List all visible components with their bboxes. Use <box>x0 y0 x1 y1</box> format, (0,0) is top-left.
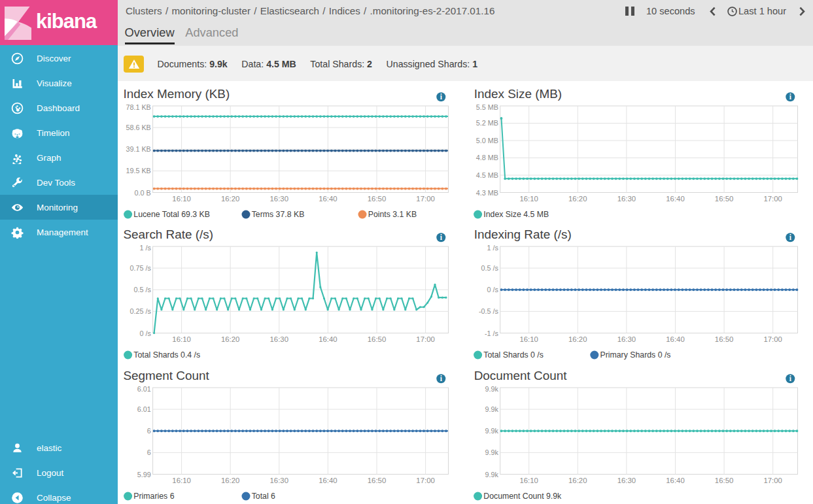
svg-text:6.01: 6.01 <box>137 385 151 393</box>
svg-text:-1 /s: -1 /s <box>485 329 499 337</box>
svg-text:Indexing Rate (/s): Indexing Rate (/s) <box>474 227 572 241</box>
svg-text:9.9k: 9.9k <box>485 405 498 413</box>
svg-text:16:30: 16:30 <box>270 477 289 484</box>
svg-text:16:50: 16:50 <box>715 195 734 203</box>
svg-text:16:10: 16:10 <box>519 477 538 484</box>
svg-text:Document Count 9.9k: Document Count 9.9k <box>483 492 562 501</box>
svg-text:Index Memory (KB): Index Memory (KB) <box>124 87 230 101</box>
svg-text:Document Count: Document Count <box>474 369 568 382</box>
svg-text:16:30: 16:30 <box>617 195 636 203</box>
svg-text:Points 3.1 KB: Points 3.1 KB <box>368 210 417 219</box>
svg-text:16:30: 16:30 <box>270 195 289 203</box>
svg-text:16:50: 16:50 <box>368 195 387 203</box>
svg-text:5.5 MB: 5.5 MB <box>476 103 498 111</box>
svg-text:0.5 /s: 0.5 /s <box>133 286 151 294</box>
svg-text:16:30: 16:30 <box>270 335 289 343</box>
svg-text:6: 6 <box>147 427 151 435</box>
svg-text:16:30: 16:30 <box>617 335 636 343</box>
svg-text:Total Shards 0 /s: Total Shards 0 /s <box>483 350 544 360</box>
svg-text:17:00: 17:00 <box>416 335 435 343</box>
svg-text:16:40: 16:40 <box>666 477 685 484</box>
svg-text:16:30: 16:30 <box>617 477 636 484</box>
svg-text:16:40: 16:40 <box>666 335 685 343</box>
svg-text:0 /s: 0 /s <box>139 329 151 337</box>
svg-text:4.3 MB: 4.3 MB <box>476 189 498 197</box>
svg-text:16:20: 16:20 <box>568 195 587 203</box>
svg-text:16:20: 16:20 <box>221 477 240 484</box>
svg-text:16:10: 16:10 <box>519 335 538 343</box>
svg-text:17:00: 17:00 <box>416 477 435 484</box>
svg-text:16:10: 16:10 <box>172 477 191 484</box>
svg-text:9.9k: 9.9k <box>485 427 498 435</box>
svg-text:39.1 KB: 39.1 KB <box>126 145 150 153</box>
svg-text:78.1 KB: 78.1 KB <box>126 103 150 111</box>
svg-text:16:20: 16:20 <box>221 335 240 343</box>
svg-text:17:00: 17:00 <box>763 195 782 203</box>
svg-text:Index Size (MB): Index Size (MB) <box>474 87 562 101</box>
svg-text:5.0 MB: 5.0 MB <box>476 137 498 144</box>
svg-text:Total 6: Total 6 <box>252 492 275 501</box>
svg-text:58.6 KB: 58.6 KB <box>126 124 150 131</box>
svg-text:1 /s: 1 /s <box>139 244 151 252</box>
svg-text:Primaries 6: Primaries 6 <box>133 492 174 501</box>
svg-text:16:50: 16:50 <box>715 477 734 484</box>
svg-text:16:40: 16:40 <box>319 335 337 343</box>
svg-text:17:00: 17:00 <box>416 195 435 203</box>
svg-text:16:50: 16:50 <box>368 335 387 343</box>
svg-text:16:10: 16:10 <box>519 195 538 203</box>
svg-text:Search Rate (/s): Search Rate (/s) <box>124 227 214 241</box>
svg-text:Index Size 4.5 MB: Index Size 4.5 MB <box>483 210 549 219</box>
svg-text:9.9k: 9.9k <box>485 471 498 479</box>
svg-text:Lucene Total 69.3 KB: Lucene Total 69.3 KB <box>133 210 210 219</box>
svg-text:16:20: 16:20 <box>568 335 587 343</box>
svg-text:5.2 MB: 5.2 MB <box>476 119 498 127</box>
svg-text:16:50: 16:50 <box>715 335 734 343</box>
svg-text:6: 6 <box>147 448 151 456</box>
svg-text:16:10: 16:10 <box>172 335 191 343</box>
svg-text:0.25 /s: 0.25 /s <box>130 307 151 315</box>
svg-text:0.5 /s: 0.5 /s <box>481 264 498 272</box>
svg-text:Total Shards 0.4 /s: Total Shards 0.4 /s <box>133 350 200 360</box>
svg-text:0.75 /s: 0.75 /s <box>130 264 151 272</box>
svg-text:5.99: 5.99 <box>137 471 151 479</box>
svg-text:16:40: 16:40 <box>319 477 337 484</box>
svg-text:16:10: 16:10 <box>172 195 191 203</box>
svg-text:1 /s: 1 /s <box>487 244 498 252</box>
svg-text:17:00: 17:00 <box>763 335 782 343</box>
svg-text:4.8 MB: 4.8 MB <box>476 154 498 161</box>
svg-text:17:00: 17:00 <box>763 477 782 484</box>
svg-text:Primary Shards 0 /s: Primary Shards 0 /s <box>600 350 671 360</box>
svg-text:0 /s: 0 /s <box>487 286 498 294</box>
svg-text:4.5 MB: 4.5 MB <box>476 171 498 179</box>
svg-text:16:20: 16:20 <box>568 477 587 484</box>
svg-text:19.5 KB: 19.5 KB <box>126 167 150 175</box>
svg-text:0.0 B: 0.0 B <box>135 189 151 197</box>
svg-text:16:40: 16:40 <box>319 195 337 203</box>
svg-text:-0.5 /s: -0.5 /s <box>479 307 499 315</box>
svg-text:16:40: 16:40 <box>666 195 685 203</box>
svg-text:16:20: 16:20 <box>221 195 240 203</box>
svg-text:Segment Count: Segment Count <box>124 369 210 382</box>
svg-text:16:50: 16:50 <box>368 477 387 484</box>
svg-text:9.9k: 9.9k <box>485 385 498 393</box>
svg-text:Terms 37.8 KB: Terms 37.8 KB <box>252 210 305 219</box>
svg-text:6.01: 6.01 <box>137 405 151 413</box>
svg-text:9.9k: 9.9k <box>485 448 498 456</box>
